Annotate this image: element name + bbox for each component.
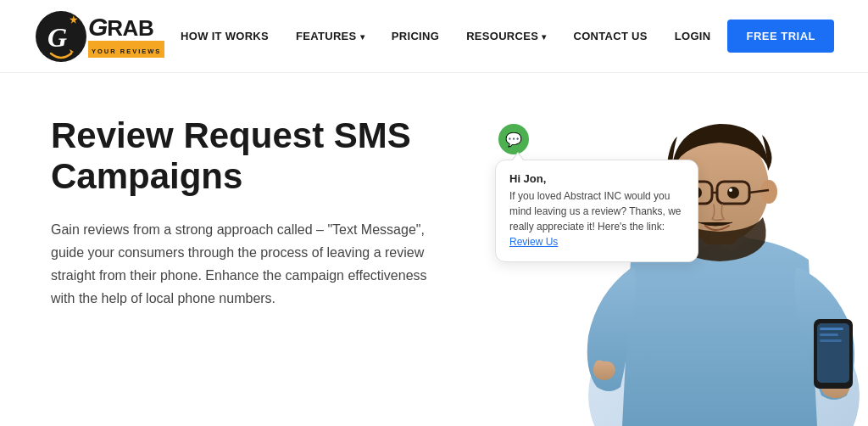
hero-left: Review Request SMS Campaigns Gain review…: [0, 73, 475, 426]
chat-message: If you loved Abstract INC would you mind…: [509, 188, 684, 249]
main-nav: HOW IT WORKS FEATURES ▾ PRICING RESOURCE…: [170, 20, 834, 53]
chat-greeting: Hi Jon,: [509, 172, 684, 185]
hero-right: 💬 Hi Jon, If you loved Abstract INC woul…: [461, 73, 868, 426]
logo-icon: G: [34, 9, 88, 64]
features-chevron-down-icon: ▾: [360, 32, 364, 42]
svg-rect-21: [820, 334, 838, 336]
svg-rect-19: [817, 323, 849, 383]
logo[interactable]: G G RAB YOUR REVIEWS: [34, 9, 164, 64]
hero-title: Review Request SMS Campaigns: [51, 115, 441, 198]
chat-bubble: Hi Jon, If you loved Abstract INC would …: [495, 160, 698, 262]
svg-text:G: G: [47, 22, 67, 53]
svg-rect-22: [820, 339, 842, 342]
free-trial-button[interactable]: FREE TRIAL: [727, 20, 834, 53]
svg-point-17: [729, 188, 732, 192]
nav-pricing[interactable]: PRICING: [381, 23, 449, 49]
header: G G RAB YOUR REVIEWS HOW IT WORKS FEATUR…: [0, 0, 868, 73]
hero-description: Gain reviews from a strong approach call…: [51, 218, 441, 311]
main-content: Review Request SMS Campaigns Gain review…: [0, 73, 868, 426]
chat-review-link[interactable]: Review Us: [509, 236, 558, 248]
svg-rect-20: [820, 328, 843, 330]
nav-resources[interactable]: RESOURCES ▾: [456, 23, 556, 49]
chat-indicator: 💬: [498, 124, 529, 154]
svg-point-15: [727, 187, 739, 199]
nav-how-it-works[interactable]: HOW IT WORKS: [170, 23, 279, 49]
nav-features[interactable]: FEATURES ▾: [286, 23, 375, 49]
nav-login[interactable]: LOGIN: [665, 23, 721, 49]
resources-chevron-down-icon: ▾: [542, 32, 546, 42]
nav-contact-us[interactable]: CONTACT US: [564, 23, 658, 49]
chat-bubble-container: 💬 Hi Jon, If you loved Abstract INC woul…: [495, 124, 698, 262]
chat-icon: 💬: [505, 132, 522, 148]
logo-text: G RAB YOUR REVIEWS: [88, 14, 164, 58]
